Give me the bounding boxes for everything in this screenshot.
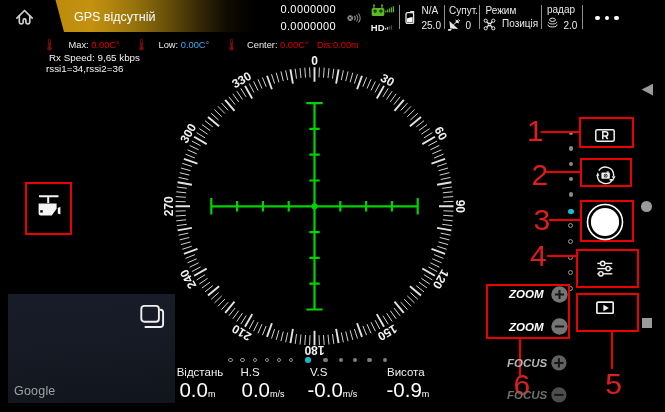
svg-text:0: 0 <box>311 54 318 68</box>
svg-text:240: 240 <box>177 267 199 292</box>
svg-text:120: 120 <box>430 267 452 292</box>
svg-text:90: 90 <box>453 200 467 214</box>
svg-text:30: 30 <box>378 71 397 90</box>
svg-text:60: 60 <box>431 124 450 143</box>
svg-text:180: 180 <box>304 343 324 357</box>
svg-text:150: 150 <box>375 322 400 344</box>
svg-text:300: 300 <box>177 121 199 146</box>
svg-text:270: 270 <box>162 196 176 216</box>
svg-text:330: 330 <box>229 69 254 91</box>
svg-text:210: 210 <box>229 321 254 343</box>
